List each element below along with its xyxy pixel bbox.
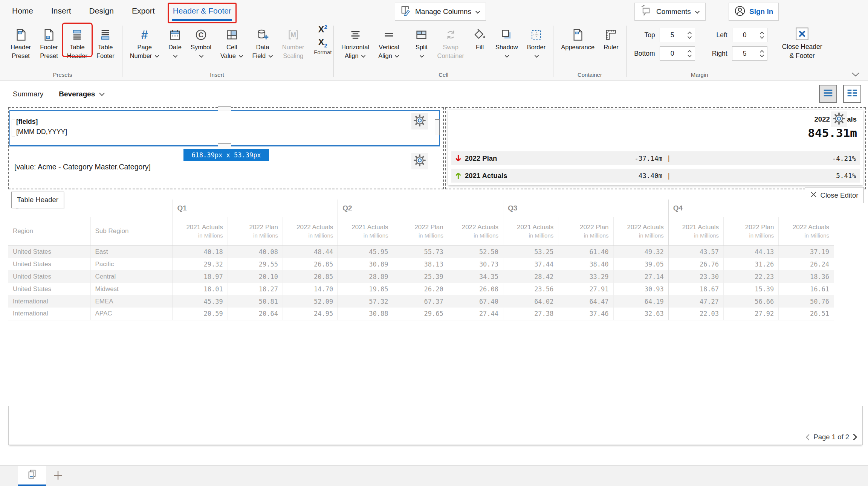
collapse-ribbon-icon[interactable] [851, 72, 860, 79]
date-format-token[interactable]: [MMM DD,YYYY] [16, 127, 439, 137]
kpi-row-2021-actuals[interactable]: 2021 Actuals43.40m|5.41% [451, 169, 860, 183]
vertical-align-button[interactable]: VerticalAlign [374, 23, 404, 60]
fill-label: Fill [476, 43, 484, 52]
margin-top-input[interactable]: 5 [660, 28, 695, 42]
table-row[interactable]: InternationalEMEA45.3950.8152.0957.3267.… [8, 295, 834, 308]
ruler-label: Ruler [604, 43, 618, 52]
shadow-label: Shadow [495, 43, 518, 60]
ribbon-tab-header-footer[interactable]: Header & Footer [173, 6, 231, 15]
margin-left-spinner[interactable] [757, 31, 767, 39]
table-header-button[interactable]: TableHeader [63, 23, 92, 60]
value-cell: 40.08 [228, 245, 283, 258]
chevron-down-icon[interactable] [99, 90, 105, 98]
table-header-badge[interactable]: Table Header [11, 192, 64, 208]
value-cell: 26.76 [668, 258, 723, 270]
header-fields-cell[interactable]: [fields] [MMM DD,YYYY] [9, 110, 440, 146]
value-cell: 50.76 [779, 295, 834, 308]
shadow-button[interactable]: Shadow [491, 23, 523, 60]
quarter-label-q1: Q1 [173, 200, 338, 217]
footer-preset-button[interactable]: FooterPreset [35, 23, 63, 60]
value-cell: 28.42 [503, 270, 558, 283]
ruler-button[interactable]: Ruler [599, 23, 623, 52]
ribbon-tab-label: Insert [51, 6, 71, 15]
close-editor-button[interactable]: Close Editor [805, 187, 864, 203]
subscript-button[interactable]: X2 [318, 37, 327, 49]
region-cell: United States [8, 270, 90, 283]
comments-button[interactable]: Comments [634, 3, 706, 21]
add-page-button[interactable] [52, 469, 64, 483]
measure-column-header: 2022 Actualsin Millions [613, 217, 668, 245]
ribbon-tab-home[interactable]: Home [12, 6, 33, 15]
report-footer-box[interactable]: Page 1 of 2 [8, 406, 863, 445]
symbol-button[interactable]: CSymbol [186, 23, 216, 60]
previous-page-icon[interactable] [805, 434, 810, 441]
table-row[interactable]: United StatesPacific29.3229.5526.8530.89… [8, 258, 834, 270]
margin-top-spinner[interactable] [685, 31, 695, 39]
value-cell-settings-button[interactable] [411, 153, 428, 169]
sign-in-button[interactable]: Sign in [729, 3, 779, 21]
table-row[interactable]: United StatesCentral18.9720.1020.8528.89… [8, 270, 834, 283]
sub-region-cell: Pacific [90, 258, 173, 270]
date-button[interactable]: Date [164, 23, 186, 60]
resize-handle-top[interactable] [218, 106, 231, 111]
value-cell: 26.08 [448, 283, 503, 295]
horizontal-align-button[interactable]: HorizontalAlign [337, 23, 374, 60]
measure-name: 2022 Actuals [283, 224, 333, 231]
single-column-view-button[interactable] [819, 85, 837, 103]
close-header-footer-button[interactable]: Close Header& Footer [774, 22, 831, 81]
sheet-tab-beverages[interactable]: Beverages [59, 90, 105, 98]
value-cell: 57.32 [338, 295, 393, 308]
table-row[interactable]: InternationalAPAC20.5920.6424.9530.8829.… [8, 308, 834, 320]
two-column-view-button[interactable] [843, 85, 861, 103]
header-cell-settings-button[interactable] [411, 113, 428, 129]
page-number-button[interactable]: #PageNumber [125, 23, 164, 60]
ribbon-group-margin: Top5Left0Bottom0Right5Margin [627, 22, 772, 81]
report-page-tab[interactable] [18, 466, 46, 484]
value-cell: 18.27 [228, 283, 283, 295]
margin-left-input[interactable]: 0 [732, 28, 767, 42]
table-row[interactable]: United StatesMidwest18.0118.2714.7019.85… [8, 283, 834, 295]
svg-text:C: C [199, 31, 203, 39]
resize-handle-bottom[interactable] [218, 143, 231, 148]
kpi-settings-button[interactable] [831, 111, 847, 127]
close-editor-label: Close Editor [821, 191, 859, 200]
appearance-label: Appearance [561, 43, 594, 52]
horizontal-align-icon [349, 26, 362, 43]
cell-value-button[interactable]: CellValue [216, 23, 248, 60]
fields-token[interactable]: [fields] [16, 117, 439, 127]
kpi-row-2022-plan[interactable]: 2022 Plan-37.14m|-4.21% [451, 151, 860, 165]
margin-right-input[interactable]: 5 [732, 46, 767, 61]
value-cell: 18.97 [173, 270, 228, 283]
margin-bottom-input[interactable]: 0 [660, 46, 695, 61]
next-page-icon[interactable] [853, 433, 858, 441]
ribbon-tab-design[interactable]: Design [89, 6, 114, 15]
group-divider [773, 26, 773, 77]
resize-handle-right[interactable] [435, 119, 440, 135]
fill-button[interactable]: Fill [469, 23, 491, 52]
ribbon-tab-export[interactable]: Export [132, 6, 155, 15]
header-preset-button[interactable]: HeaderPreset [6, 23, 35, 60]
border-button[interactable]: Border [523, 23, 550, 60]
table-row[interactable]: United StatesEast40.1840.0848.4445.9555.… [8, 245, 834, 258]
value-binding-token[interactable]: [value: Acme - Category Master.Category] [14, 163, 151, 171]
ribbon-tab-insert[interactable]: Insert [51, 6, 71, 15]
measure-unit: in Millions [173, 232, 223, 239]
superscript-button[interactable]: X2 [318, 24, 327, 34]
margin-bottom-spinner[interactable] [685, 50, 695, 58]
table-footer-button[interactable]: TableFooter [92, 23, 119, 60]
value-cell: 15.39 [724, 283, 779, 295]
page-indicator: Page 1 of 2 [813, 433, 849, 441]
kpi-row-label: 2022 Plan [465, 154, 497, 163]
margin-right-spinner[interactable] [757, 50, 767, 58]
column-header-row: RegionSub Region2021 Actualsin Millions2… [8, 217, 834, 245]
value-cell: 18.67 [668, 283, 723, 295]
manage-columns-button[interactable]: Manage Columns [395, 3, 486, 21]
sub-region-cell: East [90, 245, 173, 258]
sheet-tab-summary[interactable]: Summary [13, 90, 43, 98]
data-field-button[interactable]: DataField [248, 23, 278, 60]
split-button[interactable]: Split [410, 23, 432, 60]
border-icon [530, 26, 543, 43]
kpi-card[interactable]: 2022 Actuals 845.31m 2022 Plan-37.14m|-4… [448, 110, 863, 185]
ribbon-toolbar: HeaderPresetFooterPresetTableHeaderTable… [0, 22, 868, 81]
appearance-button[interactable]: Appearance [556, 23, 599, 52]
